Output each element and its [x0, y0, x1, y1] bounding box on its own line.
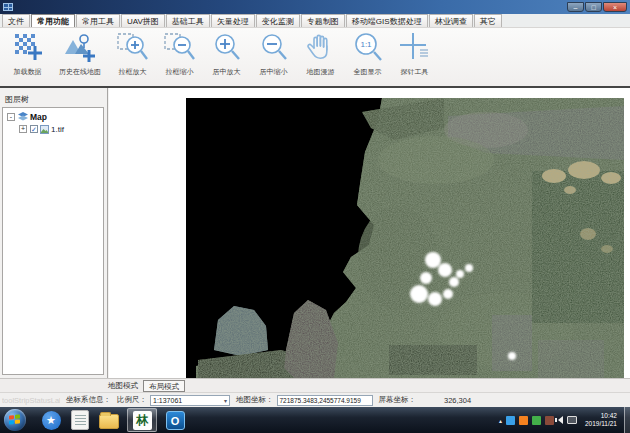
tab-change-detection[interactable]: 变化监测: [256, 14, 300, 27]
toolbar-button-label: 历史在线地图: [59, 67, 101, 77]
toolbar-button-label: 探针工具: [401, 67, 429, 77]
probe-tool-button[interactable]: 探针工具: [391, 30, 438, 77]
map-coord-box[interactable]: 721875.3483,2455774.9159: [277, 395, 373, 406]
tab-uav-mosaic[interactable]: UAV拼图: [121, 14, 165, 27]
layer-panel: 图层树 - Map + ✓ 1.tif: [0, 88, 108, 378]
map-canvas[interactable]: [109, 88, 630, 378]
main-toolbar: 加载数据 历史在线地图 拉框放大: [0, 28, 630, 86]
status-placeholder-label: toolStripStatusLabel1: [2, 396, 60, 405]
toolbar-button-label: 居中放大: [213, 67, 241, 77]
load-data-icon: [11, 32, 45, 64]
tab-vector-processing[interactable]: 矢量处理: [211, 14, 255, 27]
notepad-icon: [71, 410, 89, 430]
titlebar: – □ ×: [0, 0, 630, 14]
taskbar: ★ 林 O ▴ 10:42 2019/11/: [0, 407, 630, 433]
minimize-button[interactable]: –: [567, 2, 584, 12]
tab-mobile-gis-data[interactable]: 移动端GIS数据处理: [346, 14, 428, 27]
toolbar-button-label: 加载数据: [14, 67, 42, 77]
box-zoom-in-button[interactable]: 拉框放大: [109, 30, 156, 77]
tab-forestry-survey[interactable]: 林业调查: [429, 14, 473, 27]
toolbar-button-label: 居中缩小: [260, 67, 288, 77]
star-app-icon: ★: [42, 411, 61, 430]
load-data-button[interactable]: 加载数据: [4, 30, 51, 77]
history-online-map-button[interactable]: 历史在线地图: [51, 30, 109, 77]
layer-visibility-checkbox[interactable]: ✓: [30, 125, 38, 133]
taskbar-app-icons: ★ 林 O: [40, 408, 186, 432]
layer-panel-title: 图层树: [0, 88, 107, 105]
taskbar-clock[interactable]: 10:42 2019/11/21: [585, 412, 617, 428]
volume-icon[interactable]: [558, 416, 563, 424]
dropdown-arrow-icon[interactable]: ▾: [224, 397, 227, 404]
full-extent-button[interactable]: 1:1 全图显示: [344, 30, 391, 77]
tree-node-label: Map: [30, 112, 47, 122]
toolbar-button-label: 地图漫游: [307, 67, 335, 77]
tree-expand-toggle[interactable]: +: [19, 125, 27, 133]
clock-time: 10:42: [585, 412, 617, 420]
system-tray: ▴ 10:42 2019/11/21: [499, 407, 630, 433]
probe-tool-icon: [398, 32, 432, 64]
full-extent-icon: 1:1: [351, 32, 385, 64]
toolbar-button-label: 拉框缩小: [166, 67, 194, 77]
forest-app-icon: 林: [133, 411, 152, 430]
tree-collapse-toggle[interactable]: -: [7, 113, 15, 121]
tray-flag-icon[interactable]: [545, 416, 554, 425]
tree-node-label: 1.tif: [51, 125, 64, 134]
center-zoom-in-button[interactable]: 居中放大: [203, 30, 250, 77]
center-zoom-in-icon: [210, 32, 244, 64]
ribbon-tab-bar: 文件 常用功能 常用工具 UAV拼图 基础工具 矢量处理 变化监测 专题制图 移…: [0, 14, 630, 28]
map-layers-icon: [18, 112, 28, 122]
view-mode-tabs: 地图模式 布局模式: [0, 378, 630, 392]
clock-date: 2019/11/21: [585, 420, 617, 428]
tab-file[interactable]: 文件: [2, 14, 30, 27]
pan-hand-icon: [304, 32, 338, 64]
box-zoom-in-icon: [116, 32, 150, 64]
center-zoom-out-icon: [257, 32, 291, 64]
tab-common-functions[interactable]: 常用功能: [31, 14, 75, 27]
tab-common-tools[interactable]: 常用工具: [76, 14, 120, 27]
tab-map-mode[interactable]: 地图模式: [103, 380, 143, 392]
close-button[interactable]: ×: [603, 2, 627, 12]
layer-tree[interactable]: - Map + ✓ 1.tif: [2, 107, 104, 375]
tree-node-map[interactable]: - Map: [7, 111, 103, 123]
scale-label: 比例尺：: [117, 395, 147, 405]
explorer-app-button[interactable]: [98, 409, 120, 431]
screen-coord-value: 326,304: [444, 396, 471, 405]
box-zoom-out-button[interactable]: 拉框缩小: [156, 30, 203, 77]
map-pan-button[interactable]: 地图漫游: [297, 30, 344, 77]
app-grid-icon: [3, 3, 13, 11]
toolbar-button-label: 拉框放大: [119, 67, 147, 77]
notepad-app-button[interactable]: [69, 409, 91, 431]
o-app-icon: O: [166, 411, 185, 430]
scale-combobox[interactable]: 1:137061 ▾: [150, 395, 230, 406]
tab-other[interactable]: 其它: [474, 14, 502, 27]
coord-system-label: 坐标系信息：: [66, 395, 111, 405]
tab-layout-mode[interactable]: 布局模式: [143, 380, 185, 392]
toolbar-button-label: 全图显示: [354, 67, 382, 77]
center-zoom-out-button[interactable]: 居中缩小: [250, 30, 297, 77]
tree-node-layer[interactable]: + ✓ 1.tif: [19, 123, 103, 135]
scale-value: 1:137061: [153, 397, 182, 404]
maximize-button[interactable]: □: [585, 2, 602, 12]
tab-basic-tools[interactable]: 基础工具: [166, 14, 210, 27]
folder-icon: [99, 414, 119, 429]
history-online-map-icon: [63, 32, 97, 64]
work-area: 图层树 - Map + ✓ 1.tif: [0, 86, 630, 378]
status-bar: toolStripStatusLabel1 坐标系信息： 比例尺： 1:1370…: [0, 392, 630, 407]
show-desktop-button[interactable]: [624, 407, 630, 433]
raster-layer-icon: [40, 125, 49, 134]
network-icon[interactable]: [567, 416, 577, 424]
tray-green-icon[interactable]: [532, 416, 541, 425]
tray-blue-icon[interactable]: [506, 416, 515, 425]
star-app-button[interactable]: ★: [40, 409, 62, 431]
tray-expand-icon[interactable]: ▴: [499, 417, 502, 424]
start-button[interactable]: [4, 409, 26, 431]
tray-orange-icon[interactable]: [519, 416, 528, 425]
forest-gis-app-button[interactable]: 林: [127, 408, 157, 432]
windows-flag-icon: [9, 414, 20, 425]
o-app-button[interactable]: O: [164, 409, 186, 431]
screen-coord-label: 屏幕坐标：: [379, 395, 417, 405]
box-zoom-out-icon: [163, 32, 197, 64]
app-window: – □ × 文件 常用功能 常用工具 UAV拼图 基础工具 矢量处理 变化监测 …: [0, 0, 630, 433]
tab-thematic-mapping[interactable]: 专题制图: [301, 14, 345, 27]
window-controls: – □ ×: [567, 2, 627, 12]
